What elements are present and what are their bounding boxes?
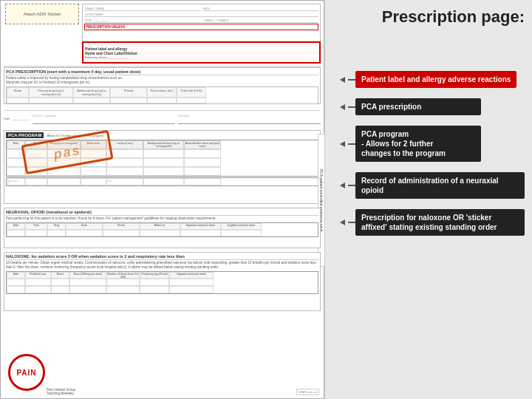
annotation-pca-prescription: PCA prescription [340, 98, 525, 115]
ncol-dose: Dose [66, 223, 103, 230]
pain-logo: PAIN [8, 354, 45, 391]
annotation-neuraxial: Record of administration of a neuraxial … [340, 172, 525, 199]
patient-label-text-3: Balancing doctor:_____________ [85, 55, 318, 59]
line-pca-program [348, 143, 355, 145]
signature-area: Date: ___________ Doctor's signature Rem… [4, 110, 321, 126]
ncell-2 [25, 230, 47, 236]
prescription-form-panel: Attach ADR Sticker FAMILY NAME MRN GIVEN… [0, 0, 325, 399]
patient-label-box: Patient label and allergy Name and Chart… [82, 41, 321, 64]
cell-route [7, 98, 29, 103]
pca-row3-background [143, 167, 184, 176]
drug-table: Route Primary drug (mg or microgram/mL) … [6, 86, 318, 104]
nal-row1-c1 [7, 279, 25, 286]
arrow-patient-label [340, 77, 345, 83]
line-patient-label [348, 79, 355, 81]
ncell-1 [7, 230, 25, 236]
nal-col-number: Number of doses (max 3 in 24h) [106, 272, 140, 279]
label-neuraxial: Record of administration of a neuraxial … [361, 177, 499, 194]
annotation-patient-label: Patient label and allergy adverse reacti… [340, 71, 525, 88]
morphine-label: Morphine 1mg per mL or Fentanyl 10 micro… [6, 81, 90, 84]
naloxone-title: NALOXONE: for sedation score 3 OR when s… [6, 254, 318, 260]
nal-row2-c2 [25, 286, 51, 293]
prescription-unless-label: PRESCRIPTION UNLESS [84, 24, 318, 30]
naloxone-text: 10 breaths per minute. Obtain urgent med… [6, 261, 318, 270]
dob-field: DOB ___/___/___ [84, 18, 201, 23]
label-patient-label: Patient label and allergy adverse reacti… [361, 75, 511, 83]
line-neuraxial [348, 185, 355, 186]
pca-prescription-section: PCA PRESCRIPTION (start with a maximum 4… [4, 67, 321, 104]
col-extra: Total rate (mL/h) [177, 87, 206, 98]
patient-info-row-1: FAMILY NAME MRN [84, 6, 318, 11]
pain-text: PAIN [16, 369, 36, 377]
nal-col-sig: Signature and print name [169, 272, 214, 279]
family-name-field: FAMILY NAME [84, 6, 201, 11]
barcode-area: MIMS.com.au [296, 389, 319, 395]
pca-row1-anaesthetist [184, 149, 221, 158]
nal-row2-c5 [106, 286, 140, 293]
pca-prescription-title: PCA PRESCRIPTION (start with a maximum 4… [6, 69, 318, 75]
neuraxial-title: NEURAXIAL OPIOID (intrathecal or epidura… [6, 210, 318, 216]
annotations-panel: Prescription page: Patient label and all… [325, 0, 532, 399]
pca-suffix-rows: [per mL] mL [6, 177, 318, 186]
nal-row2-c6 [140, 286, 169, 293]
pca-s7 [184, 178, 221, 185]
adr-sticker-label: Attach ADR Sticker [23, 12, 61, 16]
label-pca-prescription: PCA prescription [361, 103, 421, 111]
form-container: Attach ADR Sticker FAMILY NAME MRN GIVEN… [0, 0, 324, 399]
annotations-list: Patient label and allergy adverse reacti… [340, 41, 525, 246]
page-title: Prescription page: [382, 7, 525, 26]
nal-row1-c3 [51, 279, 69, 286]
pca-row2-background [143, 158, 184, 167]
nal-col-date: Date [7, 272, 25, 279]
ncol-drug: Drug [47, 223, 66, 230]
cell-rate [177, 98, 206, 103]
nal-row2-c4 [69, 286, 106, 293]
date-label: Date: ___________ [4, 117, 30, 120]
patient-info-row-3: DOB ___/___/___ □ MALE □ FEMALE [84, 18, 318, 23]
pca-row2-anaesthetist [184, 158, 221, 167]
col-route: Route [7, 87, 29, 98]
col-additional: Additional drug (mg or microgram/mL) [73, 87, 110, 98]
nal-row1-c6 [140, 279, 169, 286]
pca-row2-date [7, 158, 25, 167]
nal-row2-c7 [169, 286, 214, 293]
pca-s2 [25, 178, 47, 185]
naloxone-table: Date Print/hold over Route Dose (120mcg … [6, 271, 318, 294]
ncol-print: (Legible) and print name [221, 223, 262, 230]
ncell-6 [140, 230, 180, 236]
nal-row1-c7 [169, 279, 214, 286]
col-primed: Primed [110, 87, 147, 98]
nal-col-print: Print/hold over [25, 272, 51, 279]
box-naloxone: Prescription for naloxone OR 'sticker af… [355, 209, 525, 236]
logo-line2: Teaching Berkeley [47, 392, 75, 395]
annotation-naloxone: Prescription for naloxone OR 'sticker af… [340, 209, 525, 236]
col-total: Total volume (mL) [147, 87, 177, 98]
page-title-container: Prescription page: [340, 7, 525, 27]
box-neuraxial: Record of administration of a neuraxial … [355, 172, 525, 199]
nal-row2-c1 [7, 286, 25, 293]
line-naloxone [348, 222, 355, 223]
box-pca-program: PCA program- Allows for 2 furtherchanges… [355, 126, 481, 162]
ncell-7 [180, 230, 221, 236]
mrn-field: MRN [202, 6, 319, 11]
nal-row1-c5 [106, 279, 140, 286]
pain-circle: PAIN [8, 354, 45, 391]
ncol-date: Date [7, 223, 25, 230]
pca-row3-anaesthetist [184, 167, 221, 176]
ncol-batch: Batch no. [140, 223, 180, 230]
neuraxial-text: Pain perfect log for this patient is to … [6, 216, 318, 221]
arrow-naloxone [340, 219, 345, 225]
cell-total [147, 98, 177, 103]
col-primary: Primary drug (mg or microgram/mL) [29, 87, 73, 98]
arrow-pca-program [340, 141, 345, 147]
pca-s5: mL [106, 178, 143, 185]
cell-primed [110, 98, 147, 103]
pca-s6 [143, 178, 184, 185]
pca-program-header: PCA PROGRAM Allows for 2 further changes… [6, 132, 318, 138]
line-pca-prescription [348, 106, 355, 108]
ncol-time: Time [25, 223, 47, 230]
doctor-signature-field: Doctor's signature [33, 114, 175, 124]
logo-subtext: Pain Interest Group Teaching Berkeley [47, 388, 75, 395]
nal-col-route: Route [51, 272, 69, 279]
nal-col-freq: Frequency (eg 20 min) [140, 272, 169, 279]
